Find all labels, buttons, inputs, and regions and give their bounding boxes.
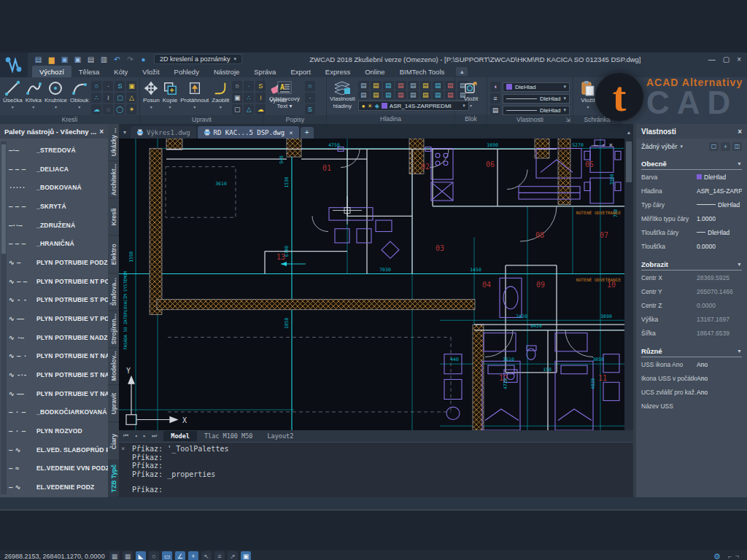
copy-tool-button[interactable]: Kopie▾ [163, 79, 177, 111]
property-row[interactable]: Měřítko typu čáry1.0000 [641, 211, 742, 225]
polyline-tool-button[interactable]: Křivka▾ [26, 79, 42, 111]
print-icon[interactable]: ▤ [86, 55, 96, 64]
properties-close-icon[interactable]: × [738, 128, 742, 136]
property-row[interactable]: USS ikona AnoAno [641, 357, 742, 371]
layer-properties-button[interactable]: Vlastnosti hladiny [330, 79, 355, 109]
paste-button[interactable]: Vložit▾ [576, 79, 600, 111]
layout-nav-arrows[interactable]: ⏮ ◂ ▸ ⏭ [119, 432, 163, 440]
transparency-icon[interactable]: ≡ [214, 551, 225, 560]
select-add-icon[interactable]: ＋ [721, 142, 730, 151]
doc-tab-menu-icon[interactable]: ▾ [119, 127, 131, 139]
arc-tool-button[interactable]: Oblouk▾ [70, 79, 88, 111]
ribbon-mini-tool-icon[interactable]: ∴ [91, 93, 101, 103]
layer-tool-icon[interactable]: ▤ [395, 81, 406, 90]
ortho-icon[interactable]: ◣ [136, 551, 146, 560]
palette-tab--iary[interactable]: Čiary [108, 423, 119, 460]
layer-lock-icon[interactable]: ◈ [375, 103, 379, 109]
ribbon-mini-tool-icon[interactable]: ▣ [232, 93, 242, 103]
palette-tab-stroj-ren-[interactable]: Strojíren... [108, 311, 119, 348]
document-tab[interactable]: Výkres1.dwg [131, 126, 196, 139]
layer-tool-icon[interactable]: ▤ [383, 81, 394, 90]
palette-tab-elektro[interactable]: Elektro [108, 236, 119, 273]
layout-tab-layout2[interactable]: Layout2 [260, 431, 301, 441]
lineweight-list-icon[interactable]: ≡ [490, 93, 500, 104]
stretch-tool-button[interactable]: Protáhnout▾ [180, 79, 209, 111]
redo-icon[interactable]: ↷ [125, 55, 135, 64]
palette-item[interactable]: ∿ ·–PLYN POTRUBIE NADZ [9, 332, 105, 343]
section-header[interactable]: Zobrazit▼ [641, 260, 742, 271]
layout-tab-model[interactable]: Model [163, 431, 197, 441]
ribbon-mini-tool-icon[interactable]: S [115, 81, 125, 91]
layer-thaw-icon[interactable]: ☀ [368, 103, 373, 109]
ribbon-tab-vložit[interactable]: Vložit [135, 66, 166, 77]
layer-tool-icon[interactable]: ▤ [408, 81, 419, 90]
save-icon[interactable]: ▣ [60, 55, 69, 64]
palette-item[interactable]: — ≈EL.VEDENIE VVN PODZ [9, 462, 105, 474]
ribbon-mini-tool-icon[interactable]: ○ [305, 81, 315, 91]
command-window[interactable]: × Příkaz: '_ToolPalettesPříkaz:Příkaz:Př… [119, 442, 633, 497]
palette-scrollbar[interactable] [1, 141, 7, 494]
selection-icon[interactable]: ↗ [228, 551, 238, 560]
color-combobox[interactable]: DleHlad ▾ [503, 82, 570, 92]
dynamic-input-icon[interactable]: + [188, 551, 198, 560]
layer-tool-icon[interactable]: ▤ [371, 81, 382, 90]
color-palette-icon[interactable]: ◖ [490, 82, 500, 92]
document-tab[interactable]: RD KAC...5 DSP.dwg× [198, 126, 299, 139]
palette-item[interactable]: — ∿EL.VEDENIE PODZ [9, 481, 105, 493]
new-document-button[interactable]: + [301, 127, 314, 139]
command-close-icon[interactable]: × [121, 445, 125, 452]
otrack-icon[interactable]: ∠ [175, 551, 185, 560]
property-row[interactable]: Tloušťka čáryDleHlad [641, 225, 742, 239]
lineweight-combobox[interactable]: DleHlad ▾ [503, 94, 570, 104]
palette-item[interactable]: ·····_BODKOVANÁ [9, 182, 105, 193]
new-drawing-icon[interactable]: ▤ [34, 55, 43, 64]
palette-tab-architekt-[interactable]: Architekt... [108, 161, 119, 198]
ribbon-mini-tool-icon[interactable]: ○ [232, 81, 242, 91]
palette-item[interactable]: ∿ – ·PLYN POTRUBIE NT NADZ [9, 350, 105, 362]
grid-icon[interactable]: ▦ [109, 551, 120, 560]
online-globe-icon[interactable]: ● [139, 55, 148, 64]
layer-tool-icon[interactable]: ▤ [358, 90, 369, 99]
polar-tracking-icon[interactable]: ○ [149, 551, 159, 560]
property-row[interactable]: Šířka18647.6539 [641, 326, 742, 340]
annotation-icon[interactable]: ▣ [241, 551, 251, 560]
snap-icon[interactable]: ▦ [123, 551, 133, 560]
ribbon-mini-tool-icon[interactable]: ◯ [115, 104, 125, 114]
palette-item[interactable]: — · —PLYN ROZVOD [9, 425, 105, 437]
selection-filter-value[interactable]: Žádný výběr [641, 143, 678, 150]
property-row[interactable]: Název USS [641, 399, 742, 413]
mtext-tool-button[interactable]: A Odstavcový Text ▾ [267, 79, 302, 109]
ribbon-mini-tool-icon[interactable]: ▣ [126, 81, 136, 91]
section-header[interactable]: Různé▼ [641, 347, 742, 357]
layer-tool-icon[interactable]: ▤ [433, 90, 444, 99]
app-logo-icon[interactable] [0, 52, 28, 77]
palette-tab-kresli[interactable]: Kresli [108, 198, 119, 236]
property-row[interactable]: Výška13167.1697 [641, 312, 742, 326]
ribbon-mini-tool-icon[interactable]: △ [244, 104, 254, 114]
palette-item[interactable]: – – –_HRANIČNÁ [9, 238, 105, 249]
layer-tool-icon[interactable]: ▤ [383, 90, 394, 99]
command-prompt[interactable]: Příkaz: [132, 486, 163, 494]
fillet-tool-button[interactable]: Zaoblit▾ [212, 79, 229, 111]
layer-tool-icon[interactable]: ▤ [420, 90, 431, 99]
palette-item[interactable]: —·—_STREDOVÁ [9, 144, 105, 156]
property-row[interactable]: Centr Z0.0000 [641, 298, 742, 312]
ribbon-tab-správa[interactable]: Správa [247, 66, 283, 77]
ribbon-tab-kóty[interactable]: Kóty [107, 66, 135, 77]
palette-item[interactable]: ∿ -·-PLYN POTRUBIE ST NADZ [9, 369, 105, 381]
palette-tab--rafova-[interactable]: Šrafova... [108, 273, 119, 311]
ribbon-mini-tool-icon[interactable]: · [244, 81, 254, 91]
preview-icon[interactable]: ▥ [99, 55, 109, 64]
palette-item[interactable]: —··—_ZDRUŽENÁ [9, 219, 105, 231]
ribbon-tab-online[interactable]: Online [357, 66, 392, 77]
lineweight-icon[interactable]: ↖ [201, 551, 212, 560]
ribbon-collapse-icon[interactable]: ▴ [456, 67, 468, 76]
palette-item[interactable]: – · –_BODKOČIARKOVANÁ [9, 406, 105, 418]
ribbon-mini-tool-icon[interactable]: ○ [603, 81, 613, 91]
ribbon-mini-tool-icon[interactable]: ∴ [244, 93, 254, 103]
ribbon-mini-tool-icon[interactable]: · [103, 81, 113, 91]
select-filter-icon[interactable]: ◫ [732, 142, 742, 151]
property-row[interactable]: Typ čáryDleHlad [641, 198, 742, 211]
linetype-combobox[interactable]: DleHlad ▾ [503, 106, 570, 115]
undo-icon[interactable]: ↶ [112, 55, 122, 64]
